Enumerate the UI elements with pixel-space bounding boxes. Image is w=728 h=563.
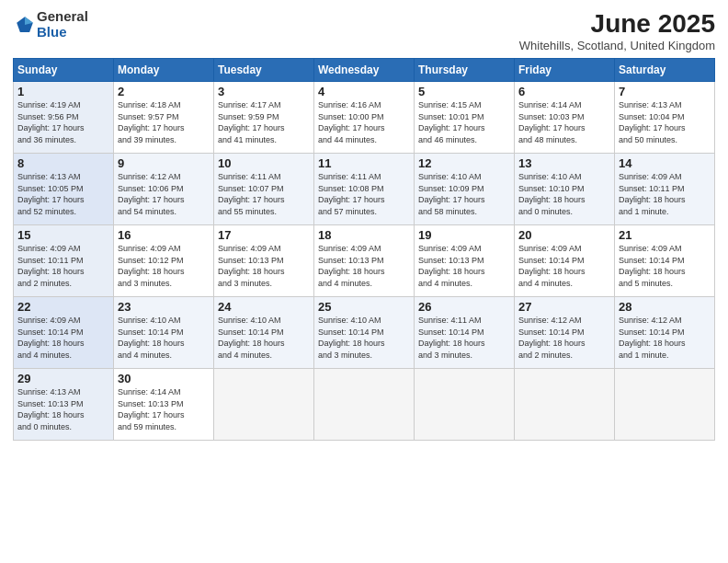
calendar-cell	[615, 369, 715, 441]
calendar-cell	[314, 369, 415, 441]
calendar-cell: 9Sunrise: 4:12 AMSunset: 10:06 PMDayligh…	[114, 154, 214, 225]
day-info: Sunrise: 4:10 AMSunset: 10:09 PMDaylight…	[418, 171, 510, 217]
day-info: Sunrise: 4:13 AMSunset: 10:04 PMDaylight…	[619, 99, 711, 145]
month-title: June 2025	[519, 9, 715, 39]
day-number: 16	[118, 228, 210, 242]
calendar-cell: 19Sunrise: 4:09 AMSunset: 10:13 PMDaylig…	[415, 225, 515, 297]
calendar-cell: 13Sunrise: 4:10 AMSunset: 10:10 PMDaylig…	[515, 154, 615, 225]
day-info: Sunrise: 4:13 AMSunset: 10:13 PMDaylight…	[17, 386, 109, 432]
day-info: Sunrise: 4:11 AMSunset: 10:08 PMDaylight…	[318, 171, 410, 217]
day-info: Sunrise: 4:10 AMSunset: 10:14 PMDaylight…	[218, 315, 310, 361]
day-info: Sunrise: 4:09 AMSunset: 10:11 PMDaylight…	[17, 243, 109, 289]
day-number: 13	[518, 156, 610, 170]
calendar-cell: 7Sunrise: 4:13 AMSunset: 10:04 PMDayligh…	[615, 82, 715, 154]
logo-blue: Blue	[37, 25, 88, 40]
day-number: 10	[218, 156, 310, 170]
day-number: 18	[318, 228, 410, 242]
day-number: 15	[17, 228, 109, 242]
day-info: Sunrise: 4:11 AMSunset: 10:14 PMDaylight…	[418, 315, 510, 361]
day-number: 7	[619, 85, 711, 98]
day-number: 1	[17, 85, 109, 98]
col-header-wednesday: Wednesday	[314, 59, 415, 82]
calendar-cell: 6Sunrise: 4:14 AMSunset: 10:03 PMDayligh…	[515, 82, 615, 154]
day-number: 4	[318, 85, 410, 98]
day-info: Sunrise: 4:13 AMSunset: 10:05 PMDaylight…	[17, 171, 109, 217]
col-header-saturday: Saturday	[615, 59, 715, 82]
calendar-cell: 27Sunrise: 4:12 AMSunset: 10:14 PMDaylig…	[515, 297, 615, 369]
day-info: Sunrise: 4:10 AMSunset: 10:14 PMDaylight…	[318, 315, 410, 361]
day-info: Sunrise: 4:19 AMSunset: 9:56 PMDaylight:…	[17, 99, 109, 145]
calendar-cell: 23Sunrise: 4:10 AMSunset: 10:14 PMDaylig…	[114, 297, 214, 369]
day-number: 11	[318, 156, 410, 170]
day-info: Sunrise: 4:12 AMSunset: 10:14 PMDaylight…	[518, 315, 610, 361]
col-header-tuesday: Tuesday	[214, 59, 314, 82]
calendar-cell: 17Sunrise: 4:09 AMSunset: 10:13 PMDaylig…	[214, 225, 314, 297]
day-number: 12	[418, 156, 510, 170]
calendar-cell: 14Sunrise: 4:09 AMSunset: 10:11 PMDaylig…	[615, 154, 715, 225]
day-number: 14	[619, 156, 711, 170]
day-number: 3	[218, 85, 310, 98]
calendar-cell: 25Sunrise: 4:10 AMSunset: 10:14 PMDaylig…	[314, 297, 415, 369]
day-number: 2	[118, 85, 210, 98]
day-number: 30	[118, 372, 210, 385]
day-info: Sunrise: 4:15 AMSunset: 10:01 PMDaylight…	[418, 99, 510, 145]
calendar-cell: 16Sunrise: 4:09 AMSunset: 10:12 PMDaylig…	[114, 225, 214, 297]
calendar-cell: 29Sunrise: 4:13 AMSunset: 10:13 PMDaylig…	[14, 369, 114, 441]
day-info: Sunrise: 4:17 AMSunset: 9:59 PMDaylight:…	[218, 99, 310, 145]
day-info: Sunrise: 4:09 AMSunset: 10:13 PMDaylight…	[418, 243, 510, 289]
day-number: 8	[17, 156, 109, 170]
logo: General Blue	[13, 9, 88, 40]
calendar-cell: 10Sunrise: 4:11 AMSunset: 10:07 PMDaylig…	[214, 154, 314, 225]
calendar-cell: 15Sunrise: 4:09 AMSunset: 10:11 PMDaylig…	[14, 225, 114, 297]
day-info: Sunrise: 4:12 AMSunset: 10:06 PMDaylight…	[118, 171, 210, 217]
day-number: 5	[418, 85, 510, 98]
day-info: Sunrise: 4:09 AMSunset: 10:14 PMDaylight…	[17, 315, 109, 361]
calendar-cell: 4Sunrise: 4:16 AMSunset: 10:00 PMDayligh…	[314, 82, 415, 154]
calendar-cell: 28Sunrise: 4:12 AMSunset: 10:14 PMDaylig…	[615, 297, 715, 369]
col-header-thursday: Thursday	[415, 59, 515, 82]
col-header-friday: Friday	[515, 59, 615, 82]
day-info: Sunrise: 4:09 AMSunset: 10:13 PMDaylight…	[318, 243, 410, 289]
day-info: Sunrise: 4:09 AMSunset: 10:13 PMDaylight…	[218, 243, 310, 289]
logo-icon	[15, 15, 35, 35]
header: General Blue June 2025 Whitehills, Scotl…	[13, 9, 715, 52]
day-info: Sunrise: 4:09 AMSunset: 10:11 PMDaylight…	[619, 171, 711, 217]
calendar-cell: 1Sunrise: 4:19 AMSunset: 9:56 PMDaylight…	[14, 82, 114, 154]
day-number: 23	[118, 300, 210, 314]
day-info: Sunrise: 4:10 AMSunset: 10:10 PMDaylight…	[518, 171, 610, 217]
calendar-cell: 5Sunrise: 4:15 AMSunset: 10:01 PMDayligh…	[415, 82, 515, 154]
page: General Blue June 2025 Whitehills, Scotl…	[0, 0, 728, 563]
logo-general: General	[37, 9, 88, 25]
calendar-cell: 26Sunrise: 4:11 AMSunset: 10:14 PMDaylig…	[415, 297, 515, 369]
day-info: Sunrise: 4:09 AMSunset: 10:12 PMDaylight…	[118, 243, 210, 289]
calendar-cell	[415, 369, 515, 441]
day-info: Sunrise: 4:14 AMSunset: 10:13 PMDaylight…	[118, 386, 210, 432]
day-number: 27	[518, 300, 610, 314]
day-info: Sunrise: 4:14 AMSunset: 10:03 PMDaylight…	[518, 99, 610, 145]
day-number: 22	[17, 300, 109, 314]
day-number: 24	[218, 300, 310, 314]
day-number: 28	[619, 300, 711, 314]
calendar-cell: 24Sunrise: 4:10 AMSunset: 10:14 PMDaylig…	[214, 297, 314, 369]
calendar-cell: 3Sunrise: 4:17 AMSunset: 9:59 PMDaylight…	[214, 82, 314, 154]
day-number: 19	[418, 228, 510, 242]
day-info: Sunrise: 4:09 AMSunset: 10:14 PMDaylight…	[619, 243, 711, 289]
calendar-cell: 18Sunrise: 4:09 AMSunset: 10:13 PMDaylig…	[314, 225, 415, 297]
calendar-cell	[214, 369, 314, 441]
col-header-sunday: Sunday	[14, 59, 114, 82]
calendar-cell: 20Sunrise: 4:09 AMSunset: 10:14 PMDaylig…	[515, 225, 615, 297]
day-number: 21	[619, 228, 711, 242]
calendar-table: SundayMondayTuesdayWednesdayThursdayFrid…	[13, 58, 715, 441]
calendar-cell: 22Sunrise: 4:09 AMSunset: 10:14 PMDaylig…	[14, 297, 114, 369]
day-info: Sunrise: 4:09 AMSunset: 10:14 PMDaylight…	[518, 243, 610, 289]
location: Whitehills, Scotland, United Kingdom	[519, 39, 715, 52]
title-block: June 2025 Whitehills, Scotland, United K…	[519, 9, 715, 52]
day-number: 26	[418, 300, 510, 314]
calendar-cell: 21Sunrise: 4:09 AMSunset: 10:14 PMDaylig…	[615, 225, 715, 297]
day-number: 25	[318, 300, 410, 314]
day-info: Sunrise: 4:12 AMSunset: 10:14 PMDaylight…	[619, 315, 711, 361]
day-number: 29	[17, 372, 109, 385]
day-info: Sunrise: 4:10 AMSunset: 10:14 PMDaylight…	[118, 315, 210, 361]
day-number: 20	[518, 228, 610, 242]
calendar-cell: 30Sunrise: 4:14 AMSunset: 10:13 PMDaylig…	[114, 369, 214, 441]
